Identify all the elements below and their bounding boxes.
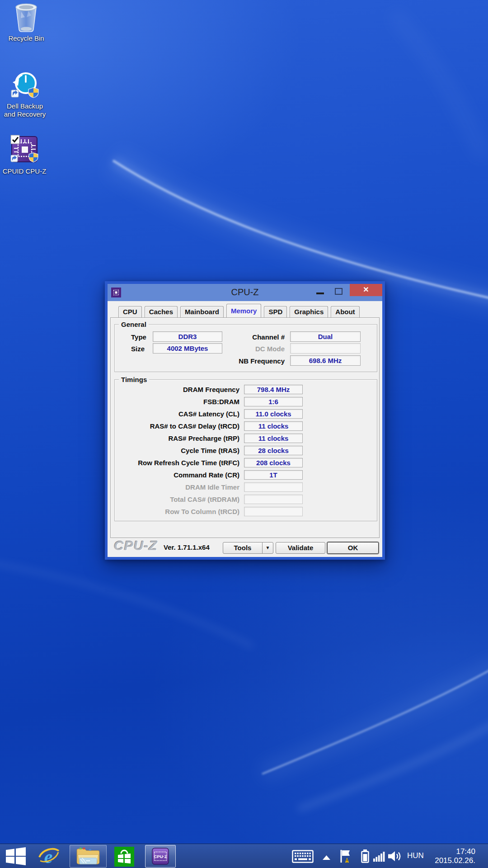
- language-indicator[interactable]: HUN: [407, 851, 424, 860]
- channel-label: Channel #: [230, 333, 285, 341]
- tab-mainboard[interactable]: Mainboard: [180, 306, 224, 317]
- dc-mode-label: DC Mode: [230, 345, 285, 353]
- timing-label: RAS# Precharge (tRP): [122, 434, 239, 443]
- timing-value: [244, 507, 303, 516]
- timing-label: Row Refresh Cycle Time (tRFC): [122, 459, 239, 467]
- window-titlebar[interactable]: CPU-Z ✕: [108, 284, 382, 301]
- cpuz-taskbar-button[interactable]: CPU·Z: [145, 845, 176, 868]
- timing-value: 11.0 clocks: [244, 409, 303, 419]
- tab-cpu[interactable]: CPU: [118, 306, 142, 317]
- show-hidden-icons-button[interactable]: [323, 854, 330, 862]
- dc-mode-value: [290, 343, 361, 354]
- version-text: Ver. 1.71.1.x64: [164, 543, 210, 551]
- desktop-icon-recycle-bin[interactable]: Recycle Bin: [3, 3, 50, 42]
- volume-icon: [388, 850, 402, 862]
- timing-value: 28 clocks: [244, 446, 303, 455]
- desktop-icon-cpuz[interactable]: CPUID CPU-Z: [0, 134, 49, 175]
- chevron-up-icon: [323, 855, 330, 860]
- window-client-area: CPU Caches Mainboard Memory SPD Graphics…: [108, 301, 382, 557]
- ie-icon: e: [38, 846, 60, 867]
- type-label: Type: [131, 333, 146, 341]
- validate-button[interactable]: Validate: [276, 542, 325, 554]
- size-label: Size: [131, 345, 145, 353]
- svg-text:CPU·Z: CPU·Z: [154, 854, 167, 859]
- folder-icon: [76, 847, 100, 866]
- touch-keyboard-tray-icon[interactable]: [292, 850, 314, 865]
- close-button[interactable]: ✕: [350, 284, 382, 296]
- desktop-icon-dell-backup[interactable]: Dell Backup and Recovery: [0, 71, 50, 118]
- timing-value: [244, 482, 303, 492]
- timing-label: RAS# to CAS# Delay (tRCD): [122, 422, 239, 430]
- timing-value: 1:6: [244, 397, 303, 406]
- tab-spd[interactable]: SPD: [264, 306, 287, 317]
- windows-logo-icon: [6, 847, 26, 865]
- cpuz-desktop-icon: [9, 134, 39, 165]
- timing-value: 1T: [244, 470, 303, 480]
- dell-backup-icon: [10, 71, 40, 100]
- volume-tray-icon[interactable]: [388, 850, 402, 864]
- ok-button[interactable]: OK: [327, 542, 379, 554]
- tools-dropdown-arrow[interactable]: ▼: [262, 542, 273, 554]
- desktop-icon-label: CPUID CPU-Z: [0, 167, 49, 175]
- clock-date: 2015.02.26.: [435, 856, 475, 865]
- timing-value: 11 clocks: [244, 434, 303, 443]
- desktop-icon-label: and Recovery: [0, 110, 50, 118]
- timing-label: Command Rate (CR): [122, 471, 239, 479]
- nb-frequency-label: NB Frequency: [221, 357, 285, 365]
- cpuz-footer-logo: CPU-Z: [114, 538, 158, 553]
- timing-label: DRAM Frequency: [122, 386, 239, 394]
- shortcut-arrow-icon: [11, 90, 19, 97]
- channel-value: Dual: [290, 331, 361, 342]
- timing-value: [244, 495, 303, 504]
- file-explorer-button[interactable]: [70, 845, 107, 868]
- timing-value: 798.4 MHz: [244, 385, 303, 394]
- general-group-legend: General: [119, 321, 149, 328]
- timing-value: 11 clocks: [244, 421, 303, 431]
- battery-tray-icon[interactable]: [361, 849, 370, 865]
- tab-strip: CPU Caches Mainboard Memory SPD Graphics…: [118, 304, 360, 317]
- cpuz-icon: CPU·Z: [152, 848, 169, 865]
- timing-label: Cycle Time (tRAS): [122, 447, 239, 455]
- timings-group: Timings DRAM Frequency 798.4 MHz FSB:DRA…: [114, 379, 377, 521]
- tab-caches[interactable]: Caches: [145, 306, 178, 317]
- cpuz-window: CPU-Z ✕ CPU Caches Mainboard Memory SPD …: [105, 281, 385, 560]
- recycle-bin-icon: [13, 3, 39, 33]
- action-center-tray-icon[interactable]: [340, 849, 353, 865]
- store-icon: [114, 847, 134, 867]
- general-group: General Type DDR3 Size 4002 MBytes Chann…: [114, 324, 377, 372]
- desktop-icon-label: Recycle Bin: [3, 34, 50, 42]
- minimize-button[interactable]: [316, 292, 324, 294]
- checkmark-overlay-icon: [11, 135, 19, 144]
- taskbar-clock[interactable]: 17:40 2015.02.26.: [435, 847, 475, 865]
- shortcut-arrow-icon: [11, 155, 18, 162]
- clock-time: 17:40: [435, 847, 475, 856]
- taskbar: e: [0, 844, 488, 868]
- action-center-flag-icon: [340, 849, 353, 863]
- timing-label: DRAM Idle Timer: [122, 483, 239, 491]
- timings-group-legend: Timings: [119, 376, 149, 383]
- network-signal-icon: [373, 851, 385, 862]
- touch-keyboard-icon: [292, 850, 314, 863]
- start-button[interactable]: [6, 847, 26, 867]
- maximize-button[interactable]: [335, 288, 343, 295]
- tab-about[interactable]: About: [331, 306, 359, 317]
- timing-value: 208 clocks: [244, 458, 303, 467]
- timing-label: Row To Column (tRCD): [122, 508, 239, 516]
- nb-frequency-value: 698.6 MHz: [290, 355, 361, 366]
- memory-tab-page: General Type DDR3 Size 4002 MBytes Chann…: [110, 317, 380, 538]
- timing-label: Total CAS# (tRDRAM): [122, 495, 239, 504]
- battery-icon: [361, 849, 370, 863]
- timing-label: FSB:DRAM: [122, 398, 239, 406]
- desktop-icon-label: Dell Backup: [0, 102, 50, 110]
- network-tray-icon[interactable]: [373, 851, 385, 863]
- type-value: DDR3: [153, 331, 222, 342]
- windows-store-button[interactable]: [114, 847, 134, 868]
- tools-button[interactable]: Tools: [223, 542, 263, 554]
- internet-explorer-button[interactable]: e: [38, 846, 60, 868]
- tab-memory[interactable]: Memory: [226, 304, 262, 317]
- tab-graphics[interactable]: Graphics: [290, 306, 328, 317]
- timing-label: CAS# Latency (CL): [122, 410, 239, 418]
- size-value: 4002 MBytes: [153, 343, 222, 354]
